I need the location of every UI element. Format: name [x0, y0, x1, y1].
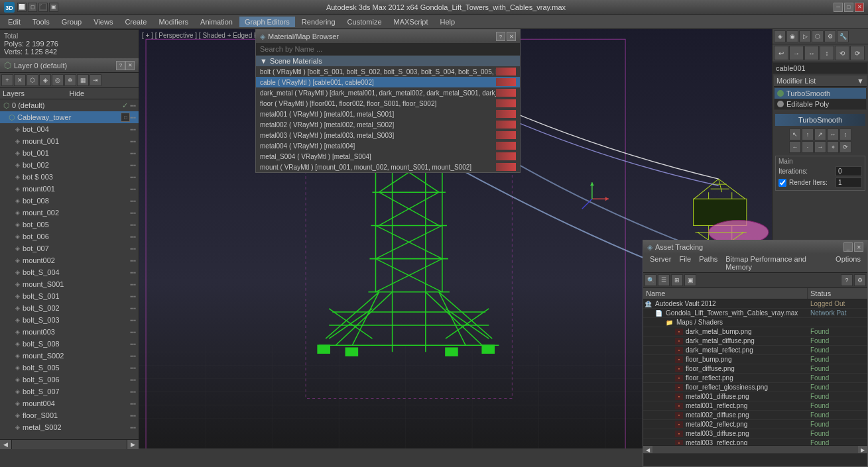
title-toolbar-btn[interactable]: ⬜: [17, 3, 27, 12]
asset-row-vault[interactable]: 🏦 Autodesk Vault 2012 Logged Out: [643, 299, 867, 309]
asset-menu-bitmap[interactable]: Bitmap Performance and Memory: [721, 254, 832, 272]
scroll-left-btn[interactable]: ◀: [0, 440, 12, 449]
asset-menu-file[interactable]: File: [675, 254, 695, 272]
layer-item-metal-s002[interactable]: ◈ metal_S002 ▪▪▪: [0, 421, 139, 433]
asset-search-input[interactable]: [643, 453, 867, 466]
layer-item-mount002b[interactable]: ◈ mount002 ▪▪▪: [0, 254, 139, 266]
layer-tool-freeze[interactable]: ❄: [64, 74, 76, 86]
layer-tool-add[interactable]: ⬡: [27, 74, 38, 86]
asset-row-metal003-diff[interactable]: ▪ metal003_diffuse.png Found: [643, 429, 867, 439]
mat-item-dark-metal[interactable]: dark_metal ( VRayMtl ) [dark_metal001, d…: [256, 87, 520, 98]
ts-nav-6[interactable]: ←: [789, 141, 801, 153]
mat-item-metal001[interactable]: metal001 ( VRayMtl ) [metal001, metal_S0…: [256, 109, 520, 119]
rt-btn-3[interactable]: ↔: [804, 46, 819, 60]
asset-table[interactable]: 🏦 Autodesk Vault 2012 Logged Out 📄 Gondo…: [643, 299, 867, 445]
maximize-button[interactable]: □: [844, 3, 853, 12]
menu-group[interactable]: Group: [56, 17, 88, 27]
layer-item-bot005[interactable]: ◈ bot_005 ▪▪▪: [0, 219, 139, 231]
layer-item-mount001[interactable]: ◈ mount_001 ▪▪▪: [0, 135, 139, 147]
layer-item-bot001[interactable]: ◈ bot_001 ▪▪▪: [0, 147, 139, 159]
asset-row-maps[interactable]: 📁 Maps / Shaders: [643, 318, 867, 327]
layer-dialog-close[interactable]: ✕: [125, 61, 135, 70]
close-button[interactable]: ✕: [855, 3, 864, 12]
ts-nav-10[interactable]: ⟳: [839, 141, 851, 153]
asset-row-metal001-refl[interactable]: ▪ metal001_reflect.png Found: [643, 401, 867, 411]
ts-nav-4[interactable]: ↔: [827, 129, 839, 140]
asset-menu-paths[interactable]: Paths: [695, 254, 721, 272]
layer-item-bot002[interactable]: ◈ bot_002 ▪▪▪: [0, 159, 139, 171]
layer-item-bolt-s007[interactable]: ◈ bolt_S_007 ▪▪▪: [0, 386, 139, 397]
layer-item-bolt-s004[interactable]: ◈ bolt_S_004 ▪▪▪: [0, 266, 139, 278]
layer-dialog-question[interactable]: ?: [116, 61, 125, 70]
layer-tool-delete[interactable]: ✕: [14, 74, 26, 86]
ts-nav-9[interactable]: ⌖: [827, 141, 839, 153]
asset-minimize-btn[interactable]: _: [843, 242, 853, 252]
layer-item-mount001b[interactable]: ◈ mount001 ▪▪▪: [0, 183, 139, 195]
modifier-turbosmooth[interactable]: TurboSmooth: [775, 88, 866, 99]
mat-browser-header[interactable]: ◈ Material/Map Browser ? ✕: [256, 30, 520, 43]
nav-icon-2[interactable]: ◉: [786, 30, 798, 42]
asset-row-floor-diffuse[interactable]: ▪ floor_diffuse.png Found: [643, 364, 867, 374]
menu-modifiers[interactable]: Modifiers: [153, 17, 194, 27]
ts-nav-2[interactable]: ↑: [802, 129, 814, 140]
layer-item-bot007[interactable]: ◈ bot_007 ▪▪▪: [0, 242, 139, 254]
ts-nav-1[interactable]: ↖: [789, 129, 801, 140]
asset-row-floor-bump[interactable]: ▪ floor_bump.png Found: [643, 355, 867, 364]
menu-graph-editors[interactable]: Graph Editors: [239, 17, 295, 27]
asset-tool-4[interactable]: ▣: [684, 274, 696, 286]
asset-tool-help[interactable]: ?: [841, 274, 853, 286]
layer-item-mount004[interactable]: ◈ mount004 ▪▪▪: [0, 397, 139, 409]
asset-row-dark-bump[interactable]: ▪ dark_metal_bump.png Found: [643, 327, 867, 337]
layer-item-mount-s002[interactable]: ◈ mount_S002 ▪▪▪: [0, 350, 139, 362]
nav-icon-4[interactable]: ⬡: [812, 30, 824, 42]
asset-row-metal003-refl[interactable]: ▪ metal003_reflect.png Found: [643, 439, 867, 445]
rt-btn-1[interactable]: ↩: [774, 46, 788, 60]
layer-item-bot004[interactable]: ◈ bot_004 ▪▪▪: [0, 123, 139, 135]
mat-item-bolt[interactable]: bolt ( VRayMtl ) [bolt_S_001, bolt_S_002…: [256, 66, 520, 77]
asset-row-metal001-diff[interactable]: ▪ metal001_diffuse.png Found: [643, 392, 867, 401]
mat-browser-close[interactable]: ✕: [507, 32, 516, 41]
ts-nav-7[interactable]: ·: [802, 141, 814, 153]
ts-nav-3[interactable]: ↗: [814, 129, 826, 140]
layer-tool-highlight[interactable]: ◎: [52, 74, 64, 86]
mat-search-input[interactable]: [256, 43, 520, 56]
layer-item-bolt-s005[interactable]: ◈ bolt_S_005 ▪▪▪: [0, 362, 139, 374]
layer-item-bolt-s008[interactable]: ◈ bolt_S_008 ▪▪▪: [0, 338, 139, 350]
layer-item-bolt-s006[interactable]: ◈ bolt_S_006 ▪▪▪: [0, 374, 139, 386]
asset-tool-settings[interactable]: ⚙: [854, 274, 866, 286]
layer-item-bolt-s003[interactable]: ◈ bolt_S_003 ▪▪▪: [0, 314, 139, 326]
rt-btn-2[interactable]: →: [789, 46, 804, 60]
asset-row-metal002-diff[interactable]: ▪ metal002_diffuse.png Found: [643, 411, 867, 420]
mat-item-cable[interactable]: cable ( VRayMtl ) [cable001, cable002]: [256, 77, 520, 87]
mat-item-metal002[interactable]: metal002 ( VRayMtl ) [metal002, metal_S0…: [256, 119, 520, 130]
mat-item-metal-s004[interactable]: metal_S004 ( VRayMtl ) [metal_S004]: [256, 151, 520, 162]
asset-tool-2[interactable]: ☰: [658, 274, 670, 286]
layer-scroll-bar[interactable]: ◀ ▶: [0, 439, 139, 448]
layer-item-floor-s001[interactable]: ◈ floor_S001 ▪▪▪: [0, 409, 139, 421]
title-toolbar-btn4[interactable]: ▣: [49, 3, 58, 12]
nav-icon-3[interactable]: ▷: [799, 30, 811, 42]
layer-item-bot008[interactable]: ◈ bot_008 ▪▪▪: [0, 195, 139, 207]
asset-tool-1[interactable]: 🔍: [645, 274, 656, 286]
menu-rendering[interactable]: Rendering: [296, 17, 341, 27]
menu-views[interactable]: Views: [88, 17, 118, 27]
mat-browser-question[interactable]: ?: [496, 32, 505, 41]
menu-edit[interactable]: Edit: [3, 17, 26, 27]
ts-nav-8[interactable]: →: [814, 141, 826, 153]
rt-btn-6[interactable]: ⟳: [850, 46, 865, 60]
asset-header[interactable]: ◈ Asset Tracking _ ✕: [643, 240, 867, 254]
layer-tool-new[interactable]: +: [1, 74, 13, 86]
ts-render-iters-checkbox[interactable]: [778, 179, 786, 187]
mat-item-mount[interactable]: mount ( VRayMtl ) [mount_001, mount_002,…: [256, 162, 520, 172]
cable-name-input[interactable]: [773, 62, 868, 74]
nav-icon-1[interactable]: ◈: [774, 30, 786, 42]
layer-item-cableway[interactable]: ⬡ Cableway_tower □ ▪▪▪: [0, 111, 139, 123]
mat-item-metal003[interactable]: metal003 ( VRayMtl ) [metal003, metal_S0…: [256, 130, 520, 140]
title-toolbar-btn3[interactable]: ⬛: [38, 3, 48, 12]
layer-item-mount002[interactable]: ◈ mount_002 ▪▪▪: [0, 207, 139, 219]
nav-icon-5[interactable]: ⚙: [824, 30, 836, 42]
asset-row-dark-diffuse[interactable]: ▪ dark_metal_diffuse.png Found: [643, 337, 867, 346]
asset-row-file[interactable]: 📄 Gondola_Lift_Towers_with_Cables_vray.m…: [643, 309, 867, 318]
menu-tools[interactable]: Tools: [27, 17, 55, 27]
asset-row-floor-reflect[interactable]: ▪ floor_reflect.png Found: [643, 374, 867, 383]
